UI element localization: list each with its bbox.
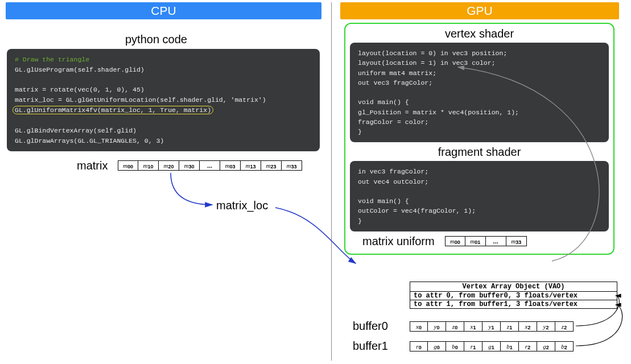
cell: z0 [446,321,464,332]
cell: m23 [261,160,282,171]
fragment-shader: in vec3 fragColor; out vec4 outColor; vo… [350,161,609,231]
shader-group: vertex shader layout(location = 0) in ve… [344,23,614,255]
cpu-banner: CPU [6,2,321,19]
cell: x1 [464,321,482,332]
matrix-cells: m00m10m20m30...m03m13m23m33 [118,160,302,171]
buffer1-label: buffer1 [353,340,388,353]
vao-title: Vertex Array Object (VAO) [410,282,617,292]
cell: b2 [555,341,574,351]
cell: m33 [506,236,527,246]
cell: m00 [445,236,465,246]
py-l3: matrix_loc = GL.glGetUniformLocation(sel… [15,95,312,105]
cell: g1 [482,341,501,351]
vao-box: Vertex Array Object (VAO) to attr 0, fro… [410,282,617,309]
py-l2: matrix = rotate(vec(0, 1, 0), 45) [15,85,312,95]
py-comment: # Draw the triangle [15,56,89,63]
divider [331,2,332,361]
cell: ... [200,160,220,171]
py-l4-highlight: GL.glUniformMatrix4fv(matrix_loc, 1, Tru… [13,106,213,114]
cell: z2 [555,321,574,332]
vertex-shader: layout(location = 0) in vec3 position; l… [350,43,609,142]
cell: m00 [118,160,138,171]
cell: m13 [241,160,261,171]
matrix-loc-label: matrix_loc [216,199,268,212]
cell: x2 [519,321,537,332]
python-code: # Draw the triangle GL.glUseProgram(self… [7,49,320,151]
vertex-title: vertex shader [350,27,609,40]
uniform-cells: m00m01...m33 [445,236,527,246]
fragment-title: fragment shader [350,146,609,159]
cell: r0 [410,341,428,351]
cell: y0 [428,321,446,332]
cell: r2 [519,341,537,351]
cell: y1 [482,321,501,332]
matrix-label: matrix [77,159,108,172]
cell: z1 [501,321,519,332]
vao-row-0: to attr 0, from buffer0, 3 floats/vertex [410,292,617,300]
buffer1-cells: r0g0b0r1g1b1r2g2b2 [410,341,574,351]
gpu-banner: GPU [340,2,619,19]
cell: b1 [501,341,519,351]
cell: b0 [446,341,464,351]
vao-row-1: to attr 1, from buffer1, 3 floats/vertex [410,300,617,309]
cell: m30 [179,160,200,171]
cell: m10 [138,160,159,171]
cell: m03 [220,160,241,171]
buffer0-cells: x0y0z0x1y1z1x2y2z2 [410,321,574,332]
py-l6: GL.glDrawArrays(GL.GL_TRIANGLES, 0, 3) [15,136,312,146]
cell: x0 [410,321,428,332]
matrix-uniform-label: matrix uniform [362,235,435,248]
cell: g2 [537,341,555,351]
py-l1: GL.glUseProgram(self.shader.glid) [15,65,312,75]
buffer0-label: buffer0 [353,320,388,333]
python-title: python code [125,33,187,46]
cell: m33 [282,160,302,171]
cell: ... [486,236,506,246]
cell: m20 [159,160,179,171]
cell: g0 [428,341,446,351]
cell: r1 [464,341,482,351]
cell: m01 [465,236,486,246]
py-l5: GL.glBindVertexArray(self.glid) [15,126,312,136]
cell: y2 [537,321,555,332]
